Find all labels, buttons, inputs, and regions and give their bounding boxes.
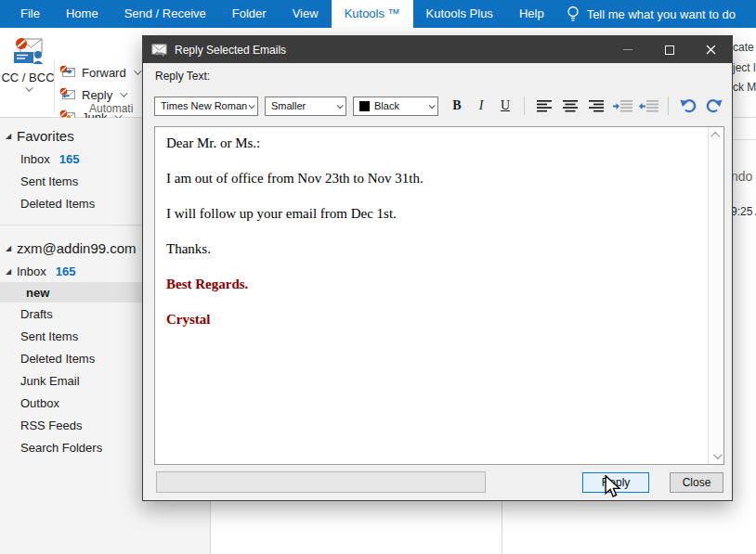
- chevron-down-icon: [713, 450, 723, 459]
- reply-text-signature-line: Best Regards.: [166, 277, 700, 292]
- underline-button[interactable]: U: [495, 96, 515, 116]
- occluded-ribbon-text-fragment: cate: [733, 41, 754, 54]
- font-size-select[interactable]: Smaller: [265, 97, 346, 116]
- folder-label: Sent Items: [20, 329, 78, 343]
- align-right-button[interactable]: [584, 96, 608, 116]
- scroll-up-button[interactable]: [709, 127, 724, 143]
- align-center-button[interactable]: [558, 96, 582, 116]
- decrease-indent-icon: [639, 100, 658, 112]
- tab-home[interactable]: Home: [53, 0, 111, 28]
- increase-indent-button[interactable]: [610, 96, 634, 116]
- forward-icon: [59, 65, 77, 80]
- toolbar-separator: [524, 97, 525, 115]
- toolbar-separator: [668, 97, 669, 115]
- font-family-value: Times New Roman: [161, 100, 247, 111]
- favorites-header-label: Favorites: [17, 128, 74, 144]
- folder-label: Inbox: [17, 264, 46, 278]
- unread-count-badge: 165: [59, 152, 80, 166]
- maximize-button[interactable]: [648, 36, 690, 63]
- cc-bcc-icon: [11, 37, 45, 67]
- account-header-label: zxm@addin99.com: [17, 240, 137, 256]
- tab-help[interactable]: Help: [506, 0, 557, 28]
- chevron-down-icon: [429, 102, 436, 109]
- bold-button[interactable]: B: [447, 96, 467, 116]
- tab-send-receive[interactable]: Send / Receive: [111, 0, 219, 28]
- folder-label: Junk Email: [20, 374, 80, 388]
- forward-button[interactable]: Forward: [59, 61, 139, 84]
- reply-text-line: I will follow up your email from Dec 1st…: [166, 206, 700, 222]
- dialog-titlebar[interactable]: Reply Selected Emails: [143, 36, 732, 63]
- dialog-footer: Reply Close: [143, 463, 732, 500]
- reply-text-line: Thanks.: [166, 241, 700, 257]
- minimize-button[interactable]: [606, 36, 648, 63]
- scroll-down-button[interactable]: [709, 448, 724, 464]
- tab-file[interactable]: File: [7, 0, 53, 28]
- reply-selected-emails-dialog: Reply Selected Emails Reply Text: Times …: [142, 35, 733, 501]
- chevron-down-icon: [337, 102, 344, 109]
- ribbon-tab-bar: File Home Send / Receive Folder View Kut…: [0, 0, 756, 28]
- increase-indent-icon: [613, 100, 632, 112]
- font-color-select[interactable]: Black: [353, 97, 438, 116]
- decrease-indent-button[interactable]: [636, 96, 660, 116]
- tab-kutools[interactable]: Kutools ™: [332, 0, 413, 28]
- progress-bar: [156, 471, 486, 493]
- tab-kutools-plus[interactable]: Kutools Plus: [413, 0, 506, 28]
- italic-button[interactable]: I: [471, 96, 491, 116]
- redo-button[interactable]: [702, 96, 726, 116]
- lightbulb-icon: [567, 6, 580, 22]
- maximize-icon: [665, 45, 674, 55]
- redo-icon: [706, 98, 723, 113]
- tab-folder[interactable]: Folder: [219, 0, 280, 28]
- reply-icon: [59, 87, 77, 102]
- tab-view[interactable]: View: [280, 0, 332, 28]
- close-icon: [706, 45, 716, 55]
- ribbon-separator: [54, 59, 55, 113]
- occluded-divider: [730, 139, 756, 140]
- folder-label: Deleted Items: [20, 352, 95, 366]
- format-toolbar: Times New Roman Smaller Black B I U: [154, 94, 727, 118]
- align-right-icon: [589, 100, 605, 112]
- undo-button[interactable]: [676, 96, 700, 116]
- reply-text-content[interactable]: Dear Mr. or Ms.: I am out of office from…: [155, 127, 708, 464]
- close-window-button[interactable]: [690, 36, 732, 63]
- close-button[interactable]: Close: [670, 472, 723, 493]
- reply-text-signature-line: Crystal: [166, 312, 700, 328]
- collapse-triangle-icon[interactable]: ◢: [6, 267, 17, 276]
- folder-label: Deleted Items: [20, 197, 95, 211]
- reply-text-line: Dear Mr. or Ms.:: [166, 135, 700, 151]
- reply-dropdown-icon[interactable]: [120, 89, 127, 97]
- collapse-triangle-icon[interactable]: ◢: [6, 132, 17, 140]
- dialog-title: Reply Selected Emails: [175, 44, 606, 57]
- align-left-icon: [537, 100, 553, 112]
- font-color-value: Black: [374, 100, 399, 111]
- folder-label: new: [26, 286, 49, 300]
- mouse-cursor: [604, 475, 624, 499]
- align-left-button[interactable]: [532, 96, 556, 116]
- occluded-ribbon-text-fragment: ck M: [733, 81, 756, 94]
- folder-label: RSS Feeds: [20, 419, 82, 432]
- occluded-ribbon-text-fragment: ject l: [733, 61, 756, 74]
- reply-text-editor[interactable]: Dear Mr. or Ms.: I am out of office from…: [154, 126, 724, 465]
- folder-label: Outbox: [20, 396, 59, 410]
- folder-label: Sent Items: [20, 174, 78, 188]
- reply-text-label: Reply Text:: [155, 70, 210, 83]
- forward-label: Forward: [82, 66, 126, 80]
- cc-bcc-dropdown-icon[interactable]: [25, 84, 33, 91]
- unread-count-badge: 165: [56, 264, 76, 278]
- folder-label: Inbox: [20, 152, 50, 166]
- tell-me-box[interactable]: Tell me what you want to do: [567, 0, 736, 28]
- reply-text-line: I am out of office from Nov 23th to Nov …: [166, 171, 700, 187]
- forward-dropdown-icon[interactable]: [134, 67, 141, 74]
- undo-icon: [680, 98, 697, 113]
- collapse-triangle-icon[interactable]: ◢: [6, 244, 17, 252]
- occluded-timestamp-fragment: 9:25 A: [731, 205, 756, 218]
- cc-bcc-button[interactable]: CC / BCC: [4, 33, 52, 113]
- vertical-scrollbar[interactable]: [708, 127, 723, 464]
- chevron-up-icon: [710, 132, 720, 141]
- font-family-select[interactable]: Times New Roman: [154, 97, 258, 116]
- font-size-value: Smaller: [271, 100, 306, 111]
- minimize-icon: [623, 49, 632, 50]
- color-swatch: [359, 101, 370, 111]
- dialog-reply-icon: [151, 43, 167, 57]
- folder-label: Drafts: [20, 307, 53, 321]
